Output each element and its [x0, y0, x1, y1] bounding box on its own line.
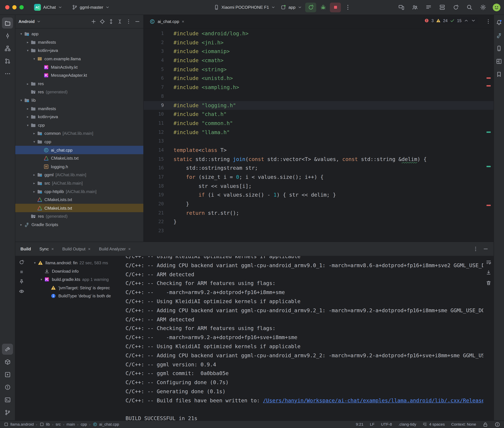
code-line[interactable]: 21 return str.str();: [144, 209, 494, 217]
code-line[interactable]: 6#include <unistd.h>: [144, 74, 494, 83]
chevron-down-icon[interactable]: ▾: [25, 49, 31, 52]
problems-tool-button[interactable]: [2, 382, 13, 393]
error-stripe-mark[interactable]: [487, 77, 491, 79]
tree-item-src[interactable]: ▸src[AiChat.lib.main]: [15, 179, 143, 187]
project-view-selector[interactable]: Android: [18, 19, 35, 24]
code-line[interactable]: 23: [144, 226, 494, 235]
pin-button[interactable]: [19, 279, 24, 285]
code-line[interactable]: 20 }: [144, 199, 494, 208]
more-tool-button[interactable]: [2, 68, 13, 79]
profile-avatar[interactable]: [492, 3, 501, 11]
breadcrumb-item-llama-android[interactable]: llama.android: [4, 422, 34, 427]
settings-button[interactable]: [478, 2, 488, 12]
close-window-button[interactable]: [5, 5, 9, 9]
close-tab-icon[interactable]: ×: [182, 19, 184, 24]
chevron-down-icon[interactable]: ▾: [18, 32, 24, 36]
tree-item-gradle-scripts[interactable]: ▸Gradle Scripts: [15, 220, 143, 229]
run-config-selector[interactable]: app: [278, 3, 305, 11]
breadcrumb-item-cpp[interactable]: cpp: [81, 422, 87, 427]
tree-item-com-example-llama[interactable]: ▾com.example.llama: [15, 55, 143, 63]
device-explorer-tool-button[interactable]: [495, 44, 503, 52]
device-selector[interactable]: Xiaomi POCOPHONE F1: [211, 3, 278, 11]
code-line[interactable]: 14template<class T>: [144, 146, 494, 155]
version-control-tool-button[interactable]: [2, 407, 13, 418]
code-line[interactable]: 19 if (i < values.size() - 1) { str << d…: [144, 191, 494, 199]
code-line[interactable]: 22}: [144, 217, 494, 226]
add-icon[interactable]: [91, 19, 96, 24]
code-line[interactable]: 1#include <android/log.h>: [144, 29, 494, 38]
layout-inspector-tool-button[interactable]: [495, 57, 503, 66]
clear-button[interactable]: [486, 280, 491, 287]
error-stripe-mark[interactable]: [487, 132, 491, 133]
build-tree-item[interactable]: 'jvmTarget: String' is deprec: [28, 284, 122, 292]
chevron-right-icon[interactable]: ▸: [31, 190, 37, 193]
build-tree-item[interactable]: ▾build.gradle.ktsapp 1 warning: [28, 275, 122, 284]
breadcrumb-item-main[interactable]: main: [67, 422, 75, 427]
breadcrumb-item-lib[interactable]: lib: [39, 422, 50, 427]
rerun-button[interactable]: [305, 2, 316, 12]
tree-item-ggml[interactable]: ▸ggml[AiChat.lib.main]: [15, 171, 143, 179]
tree-item-res[interactable]: res(generated): [15, 212, 143, 220]
code-line[interactable]: 5#include <string>: [144, 65, 494, 74]
status-info-icon[interactable]: [495, 422, 500, 427]
vcs-branch-widget[interactable]: ggml-master: [69, 3, 112, 11]
build-output-link[interactable]: /Users/hanyin/Workspace/ai-chat/examples…: [263, 397, 483, 403]
tree-item-messageadapter-kt[interactable]: MessageAdapter.kt: [15, 71, 143, 80]
build-tab-sync[interactable]: Sync×: [39, 247, 54, 251]
tree-item-app[interactable]: ▾app: [15, 30, 143, 38]
build-console[interactable]: C/C++: -- Using KleidiAI optimized kerne…: [122, 256, 483, 420]
search-button[interactable]: [464, 2, 475, 12]
error-stripe-mark[interactable]: [487, 205, 491, 206]
chevron-down-icon[interactable]: ▾: [39, 278, 44, 281]
next-problem-icon[interactable]: [471, 18, 476, 23]
code-line[interactable]: 2#include <jni.h>: [144, 38, 494, 47]
code-line[interactable]: 13: [144, 137, 494, 146]
structure-tool-button[interactable]: [2, 43, 13, 54]
build-tree-item[interactable]: Download info: [28, 267, 122, 275]
tree-item-cpp[interactable]: ▾cpp: [15, 121, 143, 129]
chevron-right-icon[interactable]: ▸: [31, 132, 37, 135]
editor-tab[interactable]: C ai_chat.cpp ×: [146, 15, 188, 28]
tree-item-common[interactable]: ▸common[AiChat.lib.main]: [15, 129, 143, 138]
tree-item-logging-h[interactable]: Hlogging.h: [15, 162, 143, 171]
build-tree-item[interactable]: ▾llama.android: fin22 sec, 583 ms: [28, 259, 122, 267]
zoom-window-button[interactable]: [19, 5, 24, 9]
chevron-down-icon[interactable]: ▾: [18, 99, 24, 102]
tree-item-cpp[interactable]: ▾cpp: [15, 138, 143, 146]
code-line[interactable]: 10#include "chat.h": [144, 110, 494, 119]
logcat-button[interactable]: [423, 2, 434, 12]
chevron-right-icon[interactable]: ▸: [31, 181, 37, 185]
device-mirroring-button[interactable]: [396, 2, 407, 12]
target-icon[interactable]: [100, 19, 105, 24]
debug-button[interactable]: [318, 2, 329, 12]
project-tool-button[interactable]: [2, 17, 13, 28]
chevron-right-icon[interactable]: ▸: [31, 173, 37, 177]
code-editor[interactable]: 1#include <android/log.h>2#include <jni.…: [144, 28, 494, 241]
close-tab-icon[interactable]: ×: [88, 247, 91, 251]
build-tab-build-analyzer[interactable]: Build Analyzer×: [99, 247, 131, 251]
code-line[interactable]: 15static std::string join(const std::vec…: [144, 155, 494, 164]
tree-item-cmakelists-txt[interactable]: CMakeLists.txt: [15, 196, 143, 204]
chevron-down-icon[interactable]: ▾: [31, 140, 37, 144]
more-vert-icon[interactable]: [126, 19, 131, 24]
code-line[interactable]: 9#include "logging.h": [144, 101, 494, 110]
tree-item-res[interactable]: ▸res: [15, 80, 143, 88]
chevron-right-icon[interactable]: ▸: [25, 41, 31, 44]
cursor-position[interactable]: 9:21: [356, 422, 363, 427]
build-tab-build-output[interactable]: Build Output×: [62, 247, 91, 251]
packages-tool-button[interactable]: [2, 356, 13, 367]
soft-wrap-button[interactable]: [486, 259, 491, 266]
build-tool-button[interactable]: [2, 344, 13, 355]
preview-button[interactable]: [19, 288, 24, 295]
notifications-tool-button[interactable]: [495, 18, 503, 26]
commit-tool-button[interactable]: [2, 30, 13, 41]
breadcrumb-item-ai-chat-cpp[interactable]: Cai_chat.cpp: [93, 422, 119, 427]
pull-requests-tool-button[interactable]: [2, 55, 13, 66]
tree-item-cmakelists-txt[interactable]: CMakeLists.txt: [15, 204, 143, 212]
code-line[interactable]: 4#include <cmath>: [144, 56, 494, 65]
chevron-down-icon[interactable]: ▾: [25, 123, 31, 127]
refresh-button[interactable]: [19, 259, 24, 266]
code-with-me-button[interactable]: [409, 2, 420, 12]
tree-item-cmakelists-txt[interactable]: CMakeLists.txt: [15, 154, 143, 162]
context-setting[interactable]: Context: None: [451, 422, 476, 427]
